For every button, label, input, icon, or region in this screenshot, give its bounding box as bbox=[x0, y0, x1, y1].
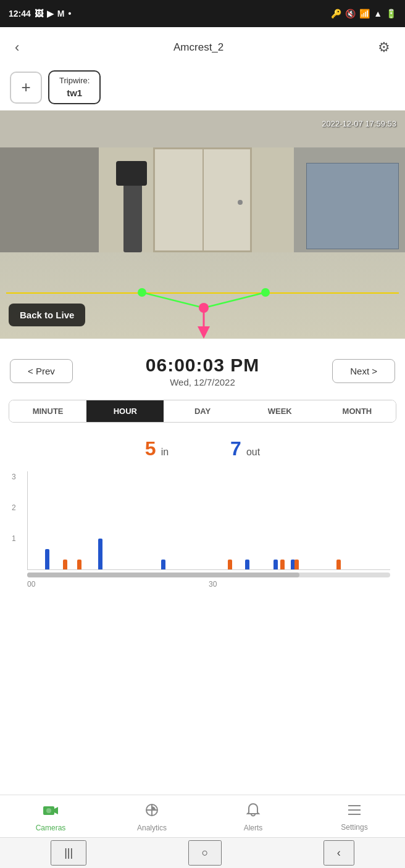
room-ceiling bbox=[0, 110, 405, 147]
camera-view: EXIT 2022-12-07 17:59:53 Back to Live bbox=[0, 110, 405, 339]
chart-bar bbox=[63, 560, 67, 570]
status-right: 🔑 🔇 📶 ▲ 🔋 bbox=[331, 9, 396, 19]
android-nav: ||| ○ ‹ bbox=[0, 837, 405, 868]
next-button[interactable]: Next > bbox=[332, 359, 395, 383]
analytics-icon bbox=[144, 803, 160, 821]
chart-bar bbox=[77, 560, 81, 570]
add-button[interactable]: + bbox=[10, 72, 42, 104]
cameras-icon bbox=[42, 803, 59, 821]
alerts-label: Alerts bbox=[244, 824, 263, 832]
period-month[interactable]: MONTH bbox=[319, 400, 396, 422]
equipment-panel bbox=[306, 163, 399, 249]
wifi-icon: 📶 bbox=[359, 9, 370, 19]
page-title: Amcrest_2 bbox=[173, 41, 223, 54]
photo-icon: 🖼 bbox=[35, 9, 43, 19]
chart-bar bbox=[98, 539, 102, 569]
chart-bar bbox=[245, 560, 249, 570]
out-count-item: 7 out bbox=[230, 437, 260, 460]
playback-date: Wed, 12/7/2022 bbox=[146, 377, 259, 387]
door-line bbox=[203, 149, 204, 250]
status-left: 12:44 🖼 ▶ M • bbox=[9, 9, 71, 19]
chart-bar bbox=[280, 560, 285, 570]
tripwire-label: Tripwire: bbox=[59, 75, 90, 86]
device-top bbox=[116, 161, 147, 186]
in-label: in bbox=[161, 447, 169, 458]
out-count: 7 bbox=[230, 437, 241, 460]
chart-scrollbar[interactable] bbox=[27, 572, 390, 577]
orange-bar bbox=[336, 560, 341, 570]
back-button[interactable]: ‹ bbox=[12, 37, 22, 58]
orange-bar bbox=[228, 560, 232, 570]
tripwire-selector[interactable]: Tripwire: tw1 bbox=[48, 70, 101, 104]
android-back[interactable]: ‹ bbox=[324, 840, 354, 866]
period-selector: MINUTE HOUR DAY WEEK MONTH bbox=[9, 400, 396, 423]
settings-button[interactable]: ⚙ bbox=[375, 37, 393, 58]
settings-label: Settings bbox=[341, 823, 367, 832]
android-recents[interactable]: ||| bbox=[51, 840, 86, 866]
y-label-2: 2 bbox=[12, 503, 16, 512]
in-count: 5 bbox=[145, 437, 156, 460]
playback-nav: < Prev 06:00:03 PM Wed, 12/7/2022 Next > bbox=[10, 355, 395, 387]
chart-section: 3 2 1 00 30 bbox=[0, 465, 405, 589]
svg-point-9 bbox=[46, 808, 51, 813]
time-display: 12:44 bbox=[9, 9, 31, 19]
device-stand bbox=[123, 184, 142, 252]
period-day[interactable]: DAY bbox=[164, 400, 241, 422]
chart-x-labels: 00 30 bbox=[27, 580, 390, 589]
inout-counts: 5 in 7 out bbox=[0, 430, 405, 465]
nav-alerts[interactable]: Alerts bbox=[203, 803, 304, 832]
door-handle bbox=[238, 200, 243, 205]
status-bar: 12:44 🖼 ▶ M • 🔑 🔇 📶 ▲ 🔋 bbox=[0, 0, 405, 27]
nav-analytics[interactable]: Analytics bbox=[101, 803, 203, 832]
chart-bar bbox=[45, 549, 49, 569]
nav-settings[interactable]: Settings bbox=[304, 803, 405, 832]
out-label: out bbox=[246, 447, 260, 458]
android-home[interactable]: ○ bbox=[188, 840, 222, 866]
battery-icon: 🔋 bbox=[386, 9, 396, 19]
playback-section: < Prev 06:00:03 PM Wed, 12/7/2022 Next > bbox=[0, 339, 405, 392]
tripwire-value: tw1 bbox=[59, 86, 90, 99]
tripwire-line bbox=[6, 292, 399, 294]
back-to-live-button[interactable]: Back to Live bbox=[9, 304, 85, 326]
gmail-icon: M bbox=[57, 9, 65, 19]
x-label-30: 30 bbox=[209, 580, 217, 589]
blue-bar bbox=[98, 539, 102, 569]
wall-left bbox=[0, 147, 99, 252]
alerts-icon bbox=[246, 803, 261, 821]
blue-bar bbox=[273, 560, 278, 570]
dot-icon: • bbox=[68, 9, 71, 19]
x-label-00: 00 bbox=[27, 580, 35, 589]
chart-bar bbox=[336, 560, 341, 570]
y-label-3: 3 bbox=[12, 473, 16, 481]
orange-bar bbox=[77, 560, 81, 570]
in-count-item: 5 in bbox=[145, 437, 169, 460]
camera-timestamp: 2022-12-07 17:59:53 bbox=[322, 119, 396, 128]
settings-nav-icon bbox=[347, 803, 362, 820]
chart-bar bbox=[273, 560, 278, 570]
orange-bar bbox=[294, 560, 299, 570]
blue-bar bbox=[245, 560, 249, 570]
signal-icon: ▲ bbox=[374, 9, 382, 19]
blue-bar bbox=[45, 549, 49, 569]
nav-cameras[interactable]: Cameras bbox=[0, 803, 101, 832]
header: ‹ Amcrest_2 ⚙ bbox=[0, 27, 405, 65]
svg-marker-8 bbox=[54, 807, 58, 814]
blue-bar bbox=[161, 560, 165, 570]
key-icon: 🔑 bbox=[331, 9, 341, 19]
door bbox=[153, 147, 252, 252]
chart-scrollbar-inner bbox=[27, 572, 299, 577]
chart-bar bbox=[228, 560, 232, 570]
period-hour[interactable]: HOUR bbox=[86, 400, 164, 422]
playback-info: 06:00:03 PM Wed, 12/7/2022 bbox=[146, 355, 259, 387]
orange-bar bbox=[63, 560, 67, 570]
period-week[interactable]: WEEK bbox=[241, 400, 319, 422]
cameras-label: Cameras bbox=[36, 824, 66, 832]
chart-bar bbox=[161, 560, 165, 570]
youtube-icon: ▶ bbox=[47, 9, 54, 19]
chart-area: 3 2 1 bbox=[27, 471, 390, 570]
orange-bar bbox=[280, 560, 285, 570]
bottom-nav: Cameras Analytics Alerts bbox=[0, 795, 405, 837]
period-minute[interactable]: MINUTE bbox=[9, 400, 86, 422]
prev-button[interactable]: < Prev bbox=[10, 359, 73, 383]
y-label-1: 1 bbox=[12, 534, 16, 543]
